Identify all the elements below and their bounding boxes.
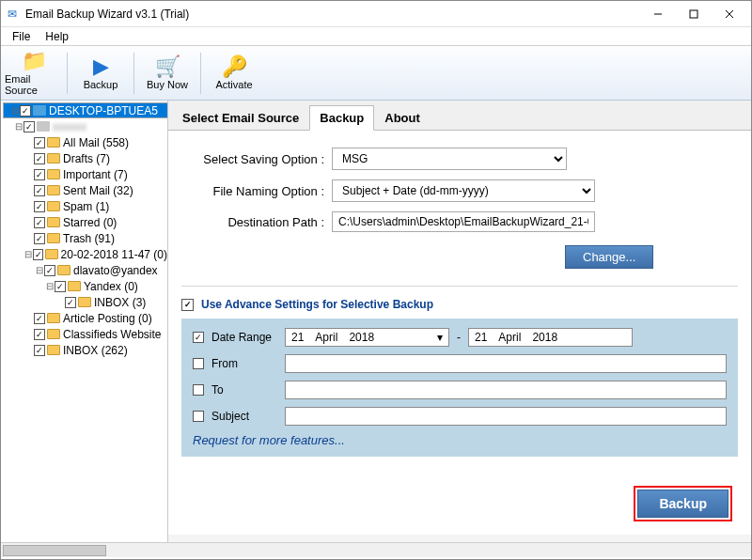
tree-label: Spam (1)	[63, 200, 109, 213]
tree-account[interactable]: ⊟✓xxxxxx	[3, 118, 167, 134]
folder-plus-icon: 📁	[22, 51, 47, 71]
tree-inbox-yandex[interactable]: ✓INBOX (3)	[3, 294, 167, 310]
tree-yandex[interactable]: ⊟✓Yandex (0)	[3, 278, 167, 294]
tree-label: Sent Mail (32)	[63, 184, 133, 197]
tree-label: Starred (0)	[63, 216, 117, 229]
app-icon: ✉	[5, 7, 20, 22]
desktop-icon	[33, 105, 46, 116]
file-naming-label: File Naming Option :	[181, 184, 332, 198]
change-button[interactable]: Change...	[565, 245, 653, 269]
separator	[133, 53, 134, 94]
tree-all-mail[interactable]: ✓All Mail (558)	[3, 134, 167, 150]
folder-icon	[47, 217, 60, 227]
menu-file[interactable]: File	[7, 28, 36, 45]
toolbar-buy-now[interactable]: 🛒 Buy Now	[138, 48, 196, 99]
tree-date-folder[interactable]: ⊟✓20-02-2018 11-47 (0)	[3, 246, 167, 262]
play-icon: ▶	[93, 56, 109, 77]
titlebar: ✉ Email Backup Wizard v3.1 (Trial)	[1, 1, 751, 27]
tree-trash[interactable]: ✓Trash (91)	[3, 230, 167, 246]
close-button[interactable]	[712, 2, 747, 26]
tab-backup[interactable]: Backup	[309, 105, 374, 131]
toolbar-activate-label: Activate	[215, 79, 252, 90]
from-checkbox[interactable]: From	[193, 357, 277, 370]
advance-settings-checkbox[interactable]: ✓ Use Advance Settings for Selective Bac…	[181, 298, 738, 311]
subject-input[interactable]	[285, 407, 727, 426]
key-icon: 🔑	[222, 56, 247, 77]
tree-drafts[interactable]: ✓Drafts (7)	[3, 150, 167, 166]
folder-icon	[47, 153, 60, 163]
folder-icon	[47, 233, 60, 243]
tree-label: Classifieds Website	[63, 328, 161, 341]
toolbar-backup[interactable]: ▶ Backup	[71, 48, 130, 99]
folder-icon	[47, 313, 60, 323]
advance-settings-label: Use Advance Settings for Selective Backu…	[201, 298, 433, 311]
horizontal-scrollbar[interactable]	[1, 542, 751, 557]
date-separator: -	[457, 331, 461, 344]
tab-select-source[interactable]: Select Email Source	[172, 105, 309, 131]
date-range-label: Date Range	[212, 331, 272, 344]
folder-icon	[68, 281, 81, 291]
toolbar-buynow-label: Buy Now	[147, 79, 188, 90]
date-range-checkbox[interactable]: ✓Date Range	[193, 331, 277, 344]
folder-icon	[47, 137, 60, 148]
tree-article-posting[interactable]: ✓Article Posting (0)	[3, 310, 167, 326]
folder-icon	[47, 345, 60, 355]
tree-classifieds[interactable]: ✓Classifieds Website	[3, 326, 167, 342]
from-label: From	[212, 357, 238, 370]
tree-important[interactable]: ✓Important (7)	[3, 166, 167, 182]
toolbar-activate[interactable]: 🔑 Activate	[205, 48, 263, 99]
calendar-icon: ▾	[437, 331, 443, 344]
from-input[interactable]	[285, 354, 727, 373]
backup-button[interactable]: Backup	[637, 490, 728, 518]
folder-icon	[47, 169, 60, 179]
tab-about[interactable]: About	[374, 105, 431, 131]
to-checkbox[interactable]: To	[193, 383, 277, 397]
tree-label: Trash (91)	[63, 232, 115, 245]
folder-icon	[47, 329, 60, 339]
toolbar: 📁 Email Source ▶ Backup 🛒 Buy Now 🔑 Acti…	[1, 46, 751, 101]
tree-spam[interactable]: ✓Spam (1)	[3, 198, 167, 214]
file-naming-select[interactable]: Subject + Date (dd-mm-yyyy)	[332, 179, 595, 202]
tree-label: 20-02-2018 11-47 (0)	[61, 248, 167, 261]
tree-sent-mail[interactable]: ✓Sent Mail (32)	[3, 182, 167, 198]
saving-option-label: Select Saving Option :	[181, 152, 332, 166]
date-from-picker[interactable]: 21April2018▾	[285, 328, 449, 347]
menubar: File Help	[1, 27, 751, 46]
tree-label: All Mail (558)	[63, 136, 129, 149]
tree-label: dlavato@yandex	[73, 264, 158, 277]
divider	[181, 286, 738, 287]
backup-button-highlight: Backup	[634, 486, 732, 521]
tree-root[interactable]: ⊟✓DESKTOP-BPTUEA5	[3, 102, 168, 118]
tree-label: INBOX (262)	[63, 344, 128, 357]
toolbar-email-source[interactable]: 📁 Email Source	[5, 48, 63, 99]
to-input[interactable]	[285, 381, 727, 399]
tree-dlavato[interactable]: ⊟✓dlavato@yandex	[3, 262, 167, 278]
svg-rect-1	[690, 10, 697, 18]
minimize-button[interactable]	[640, 2, 676, 26]
separator	[200, 53, 201, 94]
subject-label: Subject	[212, 410, 249, 423]
destination-path-input[interactable]	[332, 211, 595, 232]
folder-icon	[47, 185, 60, 195]
tree-inbox-main[interactable]: ✓INBOX (262)	[3, 342, 167, 358]
tree-account-label: xxxxxx	[53, 120, 86, 133]
subject-checkbox[interactable]: Subject	[193, 410, 277, 423]
checkbox-icon: ✓	[181, 299, 194, 311]
scrollbar-thumb[interactable]	[3, 545, 106, 556]
request-features-link[interactable]: Request for more features...	[193, 433, 727, 447]
window-title: Email Backup Wizard v3.1 (Trial)	[25, 8, 640, 21]
toolbar-backup-label: Backup	[84, 79, 118, 90]
tree-label: Important (7)	[63, 168, 128, 181]
folder-icon	[57, 265, 70, 275]
folder-tree[interactable]: ⊟✓DESKTOP-BPTUEA5 ⊟✓xxxxxx ✓All Mail (55…	[1, 101, 168, 542]
tab-bar: Select Email Source Backup About	[168, 101, 751, 131]
toolbar-email-source-label: Email Source	[5, 73, 63, 96]
date-to-picker[interactable]: 21April2018	[468, 328, 633, 347]
maximize-button[interactable]	[676, 2, 712, 26]
backup-panel: Select Saving Option : MSG File Naming O…	[168, 131, 751, 535]
advance-settings-box: ✓Date Range 21April2018▾ - 21April2018 F…	[181, 319, 738, 457]
destination-path-label: Destination Path :	[181, 215, 332, 229]
saving-option-select[interactable]: MSG	[332, 148, 567, 170]
tree-starred[interactable]: ✓Starred (0)	[3, 214, 167, 230]
menu-help[interactable]: Help	[39, 28, 74, 45]
